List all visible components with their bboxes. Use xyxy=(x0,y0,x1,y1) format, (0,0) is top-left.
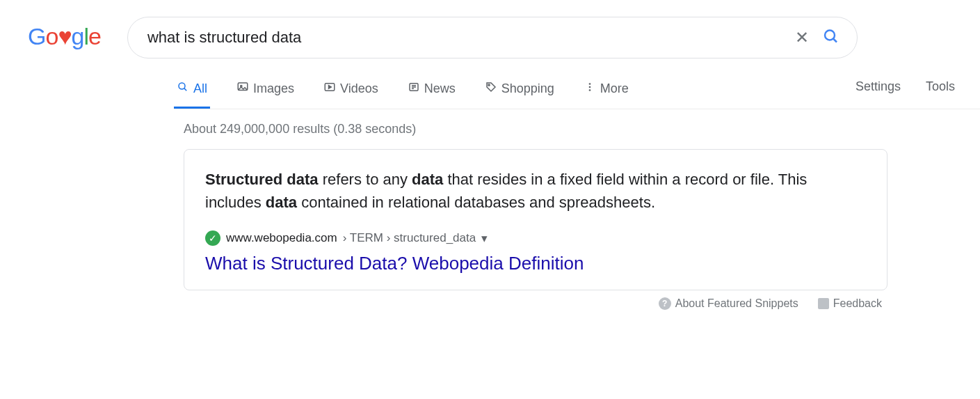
clear-icon[interactable]: ✕ xyxy=(791,24,813,52)
snippet-text: Structured data refers to any data that … xyxy=(205,168,866,214)
snippet-footer: ? About Featured Snippets Feedback xyxy=(184,290,887,310)
svg-line-1 xyxy=(833,39,837,42)
logo[interactable]: Go♥gle xyxy=(28,23,101,50)
tab-label: More xyxy=(600,81,629,96)
result-url-host: www.webopedia.com xyxy=(226,231,337,245)
svg-point-13 xyxy=(589,83,591,85)
svg-point-15 xyxy=(589,89,591,91)
tab-label: Shopping xyxy=(501,81,554,96)
tab-images[interactable]: Images xyxy=(234,74,297,109)
snippet-bold: Structured data xyxy=(205,171,319,188)
chevron-down-icon[interactable]: ▾ xyxy=(481,231,488,246)
svg-marker-7 xyxy=(329,86,332,89)
svg-point-12 xyxy=(488,84,490,86)
footer-label: Feedback xyxy=(833,297,882,310)
featured-snippet: Structured data refers to any data that … xyxy=(184,149,887,290)
snippet-bold: data xyxy=(412,171,443,188)
news-icon xyxy=(408,81,420,97)
tab-all[interactable]: All xyxy=(174,74,210,109)
tab-label: All xyxy=(193,81,207,96)
tab-label: Videos xyxy=(340,81,378,96)
svg-point-2 xyxy=(179,83,185,89)
tab-label: Images xyxy=(253,81,294,96)
snippet-span: contained in relational databases and sp… xyxy=(297,194,655,211)
tools-link[interactable]: Tools xyxy=(926,79,955,104)
search-bar: ✕ xyxy=(127,17,858,58)
result-stats: About 249,000,000 results (0.38 seconds) xyxy=(184,122,980,136)
tabs-row: All Images Videos News Shopping More Set… xyxy=(174,74,980,109)
image-icon xyxy=(236,81,249,97)
svg-point-0 xyxy=(825,31,835,40)
tab-label: News xyxy=(424,81,456,96)
search-icon xyxy=(177,81,189,97)
more-icon xyxy=(584,81,596,97)
feedback-icon xyxy=(818,298,829,309)
tab-shopping[interactable]: Shopping xyxy=(482,74,557,109)
svg-line-3 xyxy=(184,88,186,91)
settings-link[interactable]: Settings xyxy=(856,79,901,104)
verified-icon: ✓ xyxy=(205,230,220,246)
snippet-span: refers to any xyxy=(319,171,412,188)
svg-point-14 xyxy=(589,86,591,88)
feedback-link[interactable]: Feedback xyxy=(818,297,882,310)
result-url-crumb: › TERM › structured_data xyxy=(343,231,476,245)
result-url-row: ✓ www.webopedia.com › TERM › structured_… xyxy=(205,230,866,246)
snippet-bold: data xyxy=(266,194,297,211)
tag-icon xyxy=(485,81,497,97)
tab-videos[interactable]: Videos xyxy=(321,74,381,109)
about-featured-snippets-link[interactable]: ? About Featured Snippets xyxy=(659,297,798,310)
search-icon[interactable] xyxy=(819,24,844,52)
result-title-link[interactable]: What is Structured Data? Webopedia Defin… xyxy=(205,253,866,274)
tab-news[interactable]: News xyxy=(405,74,458,109)
tab-more[interactable]: More xyxy=(581,74,632,109)
search-input[interactable] xyxy=(127,17,858,58)
help-icon: ? xyxy=(659,297,671,310)
video-icon xyxy=(323,81,336,97)
footer-label: About Featured Snippets xyxy=(675,297,798,310)
